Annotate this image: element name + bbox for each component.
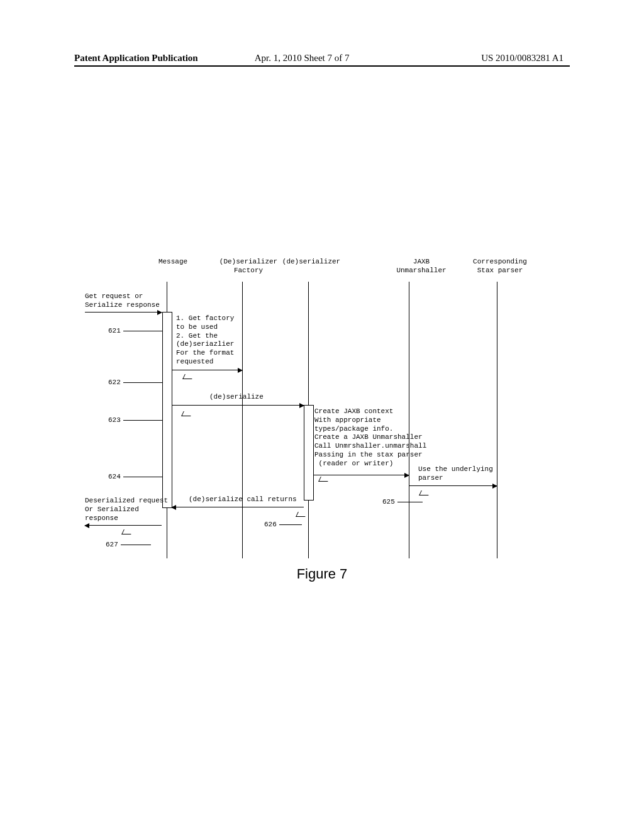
ref-line-621 <box>123 331 162 331</box>
tick-623 <box>181 411 193 416</box>
tick-622 <box>182 374 194 379</box>
ref-line-626 <box>279 524 302 525</box>
activation-serializer <box>304 405 314 501</box>
arrow-return <box>172 507 304 507</box>
use-parser-text: Use the underlying parser <box>418 465 493 483</box>
lifeline-label-serializer: (de)serializer <box>277 258 346 267</box>
sequence-diagram: Message (De)serializer Factory (de)seria… <box>82 258 572 572</box>
lifeline-label-jaxb: JAXB Unmarshaller <box>387 258 456 275</box>
entry-arrow <box>85 312 162 313</box>
header-date-sheet: Apr. 1, 2010 Sheet 7 of 7 <box>255 53 350 64</box>
arrow-deserialize <box>172 405 304 406</box>
ref-621: 621 <box>108 327 121 336</box>
arrowhead-icon <box>238 368 243 373</box>
ref-line-624 <box>123 477 162 477</box>
ref-627: 627 <box>106 541 118 550</box>
call-returns-text: (de)serialize call returns <box>189 495 297 504</box>
arrowhead-icon <box>171 505 176 510</box>
ref-626: 626 <box>264 521 277 529</box>
arrowhead-icon <box>84 523 89 528</box>
header-patent-number: US 2010/0083281 A1 <box>481 53 564 64</box>
tick-624 <box>318 477 330 482</box>
lifeline-factory <box>242 282 243 558</box>
arrowhead-icon <box>157 310 162 315</box>
ref-625: 625 <box>382 498 395 507</box>
figure-caption: Figure 7 <box>0 566 644 582</box>
arrow-get-factory <box>172 370 242 370</box>
lifeline-label-stax: Corresponding Stax parser <box>459 258 541 275</box>
jaxb-text: Create JAXB context With appropriate typ… <box>314 407 426 468</box>
exit-arrow <box>85 525 162 526</box>
tick-627 <box>121 529 133 534</box>
tick-625 <box>419 490 431 495</box>
ref-622: 622 <box>108 379 121 387</box>
lifeline-label-message: Message <box>151 258 195 267</box>
arrow-to-jaxb <box>313 475 409 475</box>
ref-623: 623 <box>108 416 121 425</box>
exit-text: Deserialized request Or Serialized respo… <box>85 497 168 523</box>
step1-text: 1. Get factory to be used 2. Get the (de… <box>176 314 234 367</box>
lifeline-stax <box>497 282 497 558</box>
ref-line-622 <box>123 382 162 383</box>
arrow-to-stax <box>409 485 497 486</box>
ref-line-627 <box>121 545 151 545</box>
activation-message <box>162 312 172 508</box>
header-rule <box>74 65 570 67</box>
arrowhead-icon <box>404 473 409 478</box>
arrowhead-icon <box>492 484 497 489</box>
lifeline-label-factory: (De)serializer Factory <box>214 258 283 275</box>
ref-line-623 <box>123 420 162 421</box>
deserialize-label: (de)serialize <box>209 393 264 402</box>
header-publication: Patent Application Publication <box>74 53 198 64</box>
entry-text: Get request or Serialize response <box>85 292 160 310</box>
ref-line-625 <box>397 502 423 502</box>
tick-626 <box>296 512 308 517</box>
ref-624: 624 <box>108 473 121 482</box>
